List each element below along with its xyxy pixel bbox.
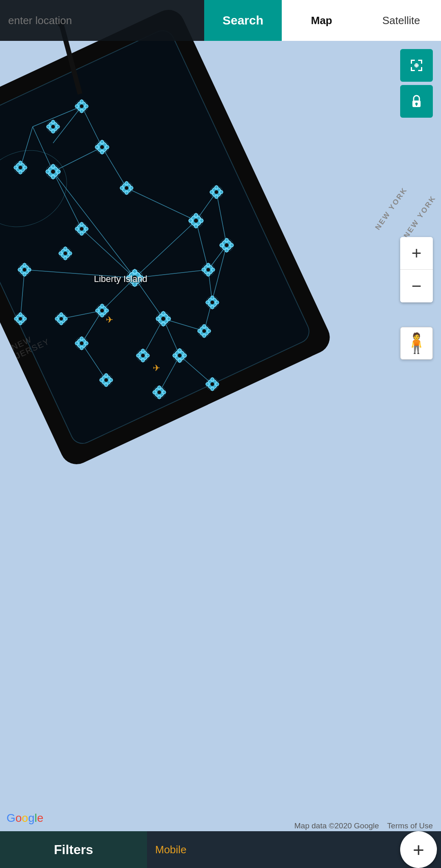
map-data-text: Map data ©2020 Google xyxy=(294,821,379,830)
search-button[interactable]: Search xyxy=(204,0,282,41)
add-button[interactable]: + xyxy=(400,831,437,868)
svg-rect-51 xyxy=(421,67,422,71)
map-container: ✈ ✈ Liberty Island NEW YORK NEWJERSEY xyxy=(0,0,441,868)
map-tab[interactable]: Map xyxy=(282,0,361,41)
zoom-controls: + − xyxy=(400,237,433,302)
fullscreen-button[interactable] xyxy=(400,49,433,82)
map-satellite-tabs: Map Satellite xyxy=(282,0,441,41)
zoom-in-button[interactable]: + xyxy=(400,237,433,270)
map-data-footer: Map data ©2020 Google Terms of Use xyxy=(82,821,441,830)
svg-rect-47 xyxy=(421,60,422,64)
island-shape xyxy=(0,4,335,470)
bottom-bar: Filters Mobile + xyxy=(0,831,441,868)
fullscreen-icon xyxy=(409,58,424,73)
lock-icon xyxy=(409,94,424,109)
top-bar: Search Map Satellite xyxy=(0,0,441,41)
satellite-tab[interactable]: Satellite xyxy=(361,0,441,41)
filters-button[interactable]: Filters xyxy=(0,831,147,868)
street-view-button[interactable]: 🧍 xyxy=(400,327,433,360)
island-inner xyxy=(0,26,314,448)
terms-text[interactable]: Terms of Use xyxy=(387,821,433,830)
mobile-label: Mobile xyxy=(147,843,400,856)
right-controls xyxy=(400,49,433,118)
lock-button[interactable] xyxy=(400,85,433,118)
location-input[interactable] xyxy=(8,14,196,27)
svg-rect-49 xyxy=(411,67,412,71)
svg-rect-45 xyxy=(411,60,412,64)
pegman-icon: 🧍 xyxy=(404,332,429,355)
google-logo: Google xyxy=(7,812,43,825)
newyork-label: NEW YORK xyxy=(374,186,410,232)
location-input-wrap xyxy=(0,0,204,41)
zoom-out-button[interactable]: − xyxy=(400,270,433,302)
